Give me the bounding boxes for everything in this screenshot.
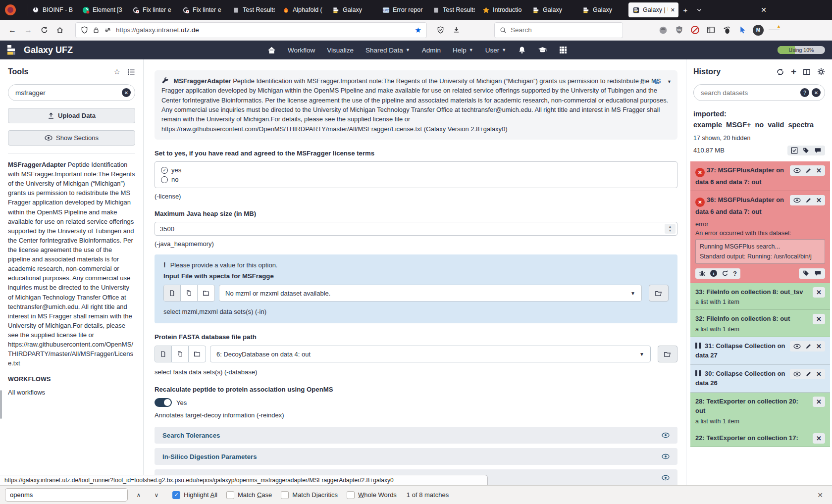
show-sections-button[interactable]: Show Sections: [8, 130, 135, 146]
number-stepper[interactable]: ▲▼: [665, 224, 676, 234]
favorites-star-icon[interactable]: ☆: [114, 67, 120, 76]
heap-input[interactable]: [155, 222, 677, 236]
history-counts[interactable]: 17 shown, 20 hidden: [693, 135, 825, 142]
new-tab-button[interactable]: +: [678, 3, 692, 17]
interactive-tools-grid-icon[interactable]: [559, 46, 567, 54]
help-question-icon[interactable]: ?: [733, 270, 737, 277]
input-file-select[interactable]: No mzml or mzxml dataset available. ▼: [219, 285, 642, 302]
nav-home-icon[interactable]: [267, 46, 276, 54]
storage-usage-meter[interactable]: Using 10%: [778, 46, 825, 54]
browse-datasets-button[interactable]: [658, 346, 677, 362]
dataset-item-ok[interactable]: ✕ 22: TextExporter on collection 17:: [690, 429, 830, 448]
ublock-shield-extension-icon[interactable]: UO: [674, 25, 684, 36]
profile-m-icon[interactable]: M: [753, 25, 764, 36]
browser-tab[interactable]: Galaxy: [528, 2, 578, 17]
nav-help[interactable]: Help▼: [453, 47, 473, 54]
collection-button[interactable]: [189, 346, 206, 362]
browser-tab[interactable]: Introductio: [478, 2, 528, 17]
delete-x-icon[interactable]: ✕: [816, 398, 822, 405]
delete-x-icon[interactable]: ✕: [816, 370, 822, 378]
all-workflows-link[interactable]: All workflows: [8, 389, 135, 396]
tracking-shield-icon[interactable]: [81, 26, 88, 34]
delete-x-icon[interactable]: ✕: [816, 167, 822, 174]
firefox-icon[interactable]: [5, 4, 16, 15]
new-history-plus-icon[interactable]: +: [791, 66, 796, 77]
pencil-icon[interactable]: [805, 197, 812, 203]
eye-icon[interactable]: [793, 198, 801, 203]
nav-workflow[interactable]: Workflow: [288, 47, 315, 54]
tab-list-dropdown-button[interactable]: [692, 3, 706, 17]
eye-icon[interactable]: [793, 371, 801, 377]
favorite-star-icon[interactable]: ☆: [639, 76, 645, 88]
section-search-tolerances[interactable]: Search Tolerances: [155, 427, 677, 444]
browser-tab-active[interactable]: Galaxy | U ✕: [628, 2, 678, 17]
notifications-bell-icon[interactable]: [518, 46, 526, 54]
delete-x-icon[interactable]: ✕: [816, 289, 822, 296]
checkbox-unchecked-icon[interactable]: [226, 491, 234, 499]
dataset-item-error[interactable]: ✕ ✕37: MSGFPlusAdapter on data 6 and dat…: [690, 161, 830, 192]
tab-close-icon[interactable]: ✕: [671, 7, 675, 13]
find-next-button[interactable]: ∨: [150, 488, 163, 502]
license-option-yes[interactable]: ✓ yes: [161, 165, 671, 175]
history-refresh-icon[interactable]: [776, 68, 784, 76]
window-close-button[interactable]: ✕: [761, 6, 767, 14]
fasta-select[interactable]: 6: DecoyDatabase on data 4: out ▼: [210, 346, 651, 362]
canvas-extension-icon[interactable]: [658, 25, 669, 36]
tags-icon[interactable]: [802, 270, 810, 277]
upload-data-button[interactable]: Upload Data: [8, 108, 135, 123]
history-search-box[interactable]: ? ✕: [693, 84, 825, 101]
nav-admin[interactable]: Admin: [422, 47, 441, 54]
browser-tab[interactable]: BIOINF - B: [28, 2, 78, 17]
pencil-icon[interactable]: [805, 167, 812, 174]
downloads-button[interactable]: [449, 23, 464, 38]
info-icon[interactable]: i: [710, 270, 717, 277]
nav-shared-data[interactable]: Shared Data▼: [365, 47, 410, 54]
browser-search-bar[interactable]: [494, 22, 623, 38]
section-insilico-digestion[interactable]: In-Silico Digestion Parameters: [155, 448, 677, 465]
single-dataset-button[interactable]: [164, 285, 181, 301]
pencil-icon[interactable]: [805, 343, 812, 350]
panel-view-list-icon[interactable]: [127, 68, 135, 76]
history-name[interactable]: imported: example_MSGF+_no_valid_spectra: [693, 108, 825, 131]
tool-search-box[interactable]: ✕: [8, 84, 135, 101]
eye-icon[interactable]: [793, 168, 801, 173]
forward-button[interactable]: →: [21, 23, 36, 38]
clear-search-icon[interactable]: ✕: [122, 88, 131, 97]
browser-tab[interactable]: Alphafold (: [278, 2, 328, 17]
search-input[interactable]: [511, 26, 610, 34]
clear-search-icon[interactable]: ✕: [812, 88, 821, 97]
eye-icon[interactable]: [662, 432, 670, 438]
nav-visualize[interactable]: Visualize: [327, 47, 354, 54]
tool-search-result[interactable]: MSFraggerAdapter Peptide Identification …: [8, 153, 135, 368]
noscript-extension-icon[interactable]: [689, 25, 700, 36]
comment-icon[interactable]: [814, 270, 822, 277]
dataset-item-ok[interactable]: ✕ 28: TextExporter on collection 20: out…: [690, 393, 830, 429]
delete-x-icon[interactable]: ✕: [816, 343, 822, 350]
browser-tab[interactable]: Element [3: [78, 2, 128, 17]
community-cloud-icon[interactable]: [652, 78, 660, 85]
app-menu-button[interactable]: ▲: [769, 25, 780, 36]
select-items-checkbox-icon[interactable]: [791, 147, 798, 154]
lock-icon[interactable]: [93, 27, 100, 34]
dataset-item-paused[interactable]: ✕ 30: Collapse Collection on data 26: [690, 365, 830, 393]
highlight-all-option[interactable]: ✓ Highlight All: [172, 491, 217, 499]
multiple-datasets-button[interactable]: [172, 346, 189, 362]
single-dataset-button[interactable]: [155, 346, 172, 362]
permissions-icon[interactable]: [104, 26, 111, 34]
reindex-toggle[interactable]: [155, 398, 172, 407]
browse-datasets-button[interactable]: [649, 285, 669, 302]
dataset-item-error-expanded[interactable]: ✕ ✕36: MSGFPlusAdapter on data 6 and dat…: [690, 191, 830, 283]
checkbox-checked-icon[interactable]: ✓: [172, 491, 180, 499]
delete-x-icon[interactable]: ✕: [816, 197, 822, 204]
history-search-input[interactable]: [701, 89, 800, 97]
tool-options-caret-icon[interactable]: ▼: [667, 79, 672, 86]
dataset-item-ok[interactable]: ✕ 33: FileInfo on collection 8: out_tsv …: [690, 283, 830, 310]
checkbox-unchecked-icon[interactable]: [281, 491, 289, 499]
pocket-shield-icon[interactable]: [433, 23, 448, 38]
multiple-datasets-button[interactable]: [181, 285, 198, 301]
find-previous-button[interactable]: ∧: [132, 488, 146, 502]
delete-x-icon[interactable]: ✕: [816, 435, 822, 442]
search-help-icon[interactable]: ?: [800, 88, 809, 97]
tags-icon[interactable]: [802, 147, 810, 154]
history-options-gear-icon[interactable]: [817, 68, 825, 76]
